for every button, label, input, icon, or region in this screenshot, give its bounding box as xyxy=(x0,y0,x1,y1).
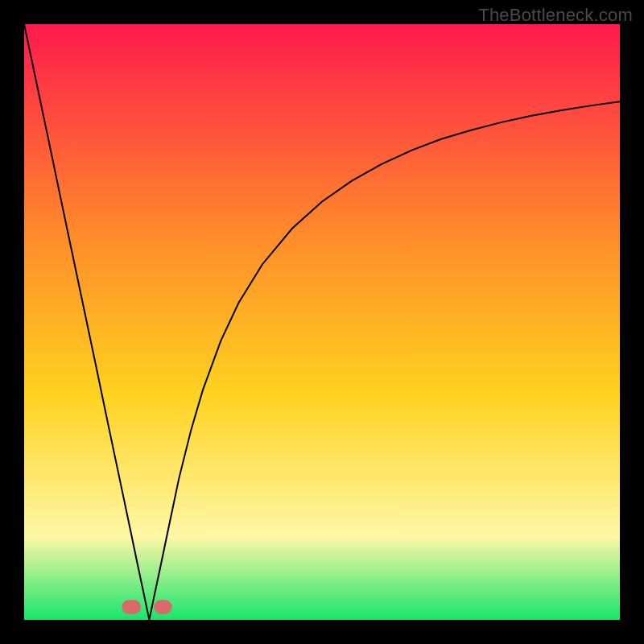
chart-frame: TheBottleneck.com xyxy=(0,0,644,644)
gradient-background xyxy=(24,24,620,620)
data-marker xyxy=(126,600,141,614)
watermark-label: TheBottleneck.com xyxy=(478,5,633,26)
bottleneck-plot xyxy=(24,24,620,620)
plot-svg xyxy=(24,24,620,620)
data-marker xyxy=(158,600,172,614)
